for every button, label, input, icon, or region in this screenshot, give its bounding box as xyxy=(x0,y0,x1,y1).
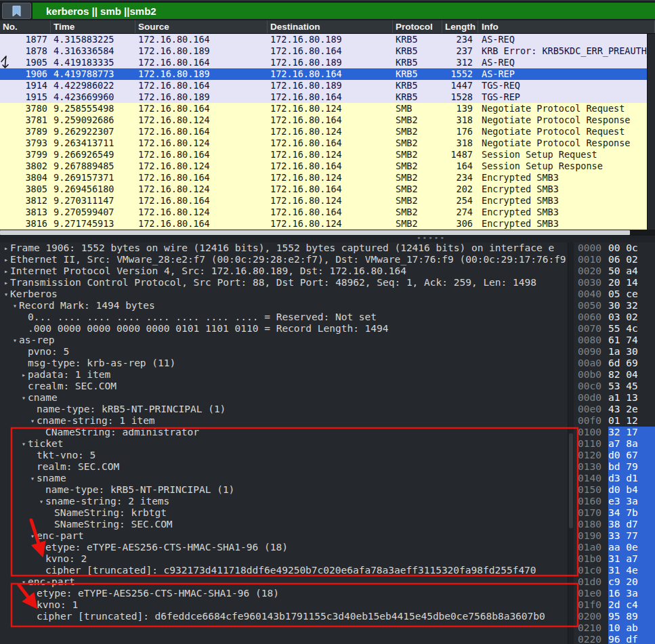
detail-line[interactable]: ▾ enc-part xyxy=(0,530,568,542)
detail-line[interactable]: ▾ Record Mark: 1494 bytes xyxy=(0,300,568,312)
expander-icon[interactable] xyxy=(20,312,28,323)
display-filter-input[interactable]: kerberos || smb ||smb2 xyxy=(33,3,655,19)
expander-icon[interactable] xyxy=(37,565,45,576)
expander-icon[interactable] xyxy=(28,588,37,599)
hex-row[interactable]: 0060 03 02 xyxy=(574,312,655,323)
hex-bytes[interactable]: d0 67 xyxy=(608,450,655,461)
hex-row[interactable]: 01a0 aa 0e xyxy=(574,542,655,553)
expander-icon[interactable]: ▾ xyxy=(11,300,19,312)
hex-row[interactable]: 01d0 c9 20 xyxy=(574,576,655,588)
detail-line[interactable]: msg-type: krb-as-rep (11) xyxy=(0,358,568,369)
packet-row[interactable]: 3789 9.262922307 172.16.80.164 172.16.80… xyxy=(0,126,647,137)
expander-icon[interactable] xyxy=(28,404,37,415)
hex-row[interactable]: 0150 d0 b4 xyxy=(574,484,655,496)
expander-icon[interactable] xyxy=(46,507,54,519)
hex-row[interactable]: 0110 a7 8a xyxy=(574,438,655,450)
hex-bytes[interactable]: 06 02 xyxy=(608,254,655,265)
hex-bytes[interactable]: 95 89 xyxy=(608,611,655,622)
hex-bytes[interactable]: 03 02 xyxy=(608,312,655,323)
hex-bytes[interactable]: 34 7b xyxy=(608,507,655,519)
hex-bytes[interactable]: 61 74 xyxy=(608,335,655,346)
expander-icon[interactable] xyxy=(28,450,37,461)
hex-row[interactable]: 0200 95 89 xyxy=(574,611,655,622)
hex-row[interactable]: 0090 1a 30 xyxy=(574,346,655,358)
detail-line[interactable]: CNameString: administrator xyxy=(0,427,568,438)
expander-icon[interactable] xyxy=(28,599,37,611)
column-header[interactable]: Destination xyxy=(268,20,393,33)
expander-icon[interactable]: ▾ xyxy=(20,576,28,588)
detail-line[interactable]: realm: SEC.COM xyxy=(0,461,568,473)
expander-icon[interactable]: ▾ xyxy=(28,473,37,484)
detail-line[interactable]: ▸ Transmission Control Protocol, Src Por… xyxy=(0,277,568,288)
detail-line[interactable]: kvno: 1 xyxy=(0,599,568,611)
detail-line[interactable]: 0... .... .... .... .... .... .... .... … xyxy=(0,312,568,323)
hex-row[interactable]: 0120 d0 67 xyxy=(574,450,655,461)
hex-bytes[interactable]: c9 20 xyxy=(608,576,655,588)
hex-bytes[interactable]: 30 32 xyxy=(608,300,655,312)
hex-bytes[interactable]: d3 d1 xyxy=(608,473,655,484)
hex-bytes[interactable]: aa 0e xyxy=(608,542,655,553)
hex-row[interactable]: 01f0 2d c4 xyxy=(574,599,655,611)
hex-row[interactable]: 0160 e3 3a xyxy=(574,496,655,507)
hex-row[interactable]: 00d0 a1 13 xyxy=(574,392,655,404)
packet-row[interactable]: 3780 9.258555498 172.16.80.164 172.16.80… xyxy=(0,103,647,114)
detail-scrollbar-thumb[interactable] xyxy=(569,433,573,528)
detail-line[interactable]: cipher [truncated]: d6feddce6684cfe96014… xyxy=(0,611,568,622)
hex-row[interactable]: 01c0 31 4e xyxy=(574,565,655,576)
detail-line[interactable]: pvno: 5 xyxy=(0,346,568,358)
detail-line[interactable]: etype: eTYPE-AES256-CTS-HMAC-SHA1-96 (18… xyxy=(0,588,568,599)
hex-row[interactable]: 0080 61 74 xyxy=(574,335,655,346)
expander-icon[interactable] xyxy=(37,427,45,438)
expander-icon[interactable]: ▾ xyxy=(20,392,28,404)
expander-icon[interactable] xyxy=(20,346,28,358)
packet-row[interactable]: 3799 9.266926549 172.16.80.164 172.16.80… xyxy=(0,149,647,160)
column-header[interactable]: Length xyxy=(442,20,478,33)
expander-icon[interactable]: ▸ xyxy=(2,254,10,265)
hex-row[interactable]: 0030 20 14 xyxy=(574,277,655,288)
hex-row[interactable]: 0070 55 4c xyxy=(574,323,655,335)
hex-bytes[interactable]: 20 14 xyxy=(608,277,655,288)
packet-row[interactable]: 1877 4.315883225 172.16.80.164 172.16.80… xyxy=(0,34,647,45)
expander-icon[interactable] xyxy=(37,542,45,553)
detail-line[interactable]: ▾ cname xyxy=(0,392,568,404)
hex-row[interactable]: 00b0 82 04 xyxy=(574,369,655,381)
detail-line[interactable]: ▾ enc-part xyxy=(0,576,568,588)
packet-row[interactable]: 1905 4.419183335 172.16.80.164 172.16.80… xyxy=(0,57,647,68)
expander-icon[interactable]: ▸ xyxy=(2,277,10,288)
column-header[interactable]: Time xyxy=(51,20,135,33)
packet-row[interactable]: 3781 9.259092686 172.16.80.124 172.16.80… xyxy=(0,114,647,126)
hex-row[interactable]: 0130 bd 79 xyxy=(574,461,655,473)
column-header[interactable]: Protocol xyxy=(393,20,442,33)
column-header[interactable]: No. xyxy=(0,20,51,33)
horizontal-scrollbar[interactable] xyxy=(0,230,655,236)
hex-bytes[interactable]: 38 d7 xyxy=(608,519,655,530)
expander-icon[interactable] xyxy=(20,323,28,335)
detail-line[interactable]: ▾ Kerberos xyxy=(0,288,568,300)
detail-line[interactable]: ▾ cname-string: 1 item xyxy=(0,415,568,427)
hex-bytes[interactable]: 50 a4 xyxy=(608,265,655,277)
expander-icon[interactable] xyxy=(46,519,54,530)
expander-icon[interactable]: ▾ xyxy=(37,496,45,507)
hex-bytes[interactable]: 1a 30 xyxy=(608,346,655,358)
hex-bytes[interactable]: a1 13 xyxy=(608,392,655,404)
expander-icon[interactable]: ▸ xyxy=(2,242,10,254)
detail-line[interactable]: ▾ as-rep xyxy=(0,335,568,346)
detail-line[interactable]: etype: eTYPE-AES256-CTS-HMAC-SHA1-96 (18… xyxy=(0,542,568,553)
hex-bytes[interactable]: 53 45 xyxy=(608,381,655,392)
hex-bytes[interactable]: 01 12 xyxy=(608,415,655,427)
packet-row[interactable]: 3804 9.269157371 172.16.80.164 172.16.80… xyxy=(0,172,647,184)
packet-row[interactable]: 1878 4.316336584 172.16.80.189 172.16.80… xyxy=(0,45,647,57)
detail-line[interactable]: crealm: SEC.COM xyxy=(0,381,568,392)
expander-icon[interactable]: ▸ xyxy=(2,265,10,277)
hex-bytes[interactable]: 82 04 xyxy=(608,369,655,381)
hex-row[interactable]: 0220 96 df xyxy=(574,634,655,644)
packet-row[interactable]: 3802 9.267889485 172.16.80.124 172.16.80… xyxy=(0,160,647,172)
hex-bytes[interactable]: 00 0c xyxy=(608,242,655,254)
expander-icon[interactable]: ▾ xyxy=(2,288,10,300)
detail-line[interactable]: kvno: 2 xyxy=(0,553,568,565)
packet-row[interactable]: 3812 9.270311147 172.16.80.164 172.16.80… xyxy=(0,195,647,207)
expander-icon[interactable] xyxy=(20,358,28,369)
hex-bytes[interactable]: 33 77 xyxy=(608,530,655,542)
hex-row[interactable]: 0020 50 a4 xyxy=(574,265,655,277)
expander-icon[interactable]: ▾ xyxy=(28,530,37,542)
